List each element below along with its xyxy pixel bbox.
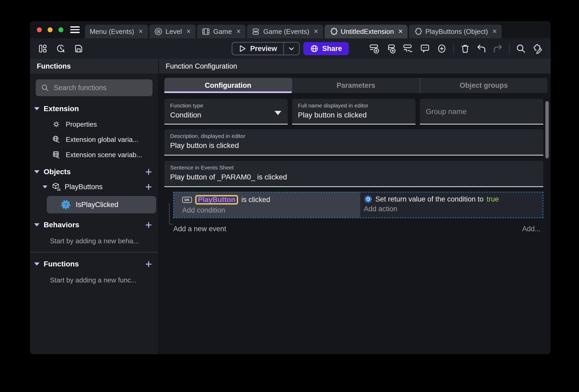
condition-object-chip[interactable]: PlayButton xyxy=(195,195,238,205)
toolbar-divider xyxy=(509,43,510,54)
condition-text: is clicked xyxy=(241,196,270,204)
sidebar-title: Functions xyxy=(30,59,158,74)
main-menu-icon[interactable] xyxy=(70,26,80,33)
play-icon xyxy=(238,45,246,53)
project-manager-icon[interactable] xyxy=(38,44,48,54)
tab-label: Menu (Events) xyxy=(90,28,134,36)
add-object-function-button[interactable]: + xyxy=(145,183,152,191)
panel-title: Function Configuration xyxy=(159,59,551,74)
tab-playbuttons-object[interactable]: PlayButtons (Object) ✕ xyxy=(409,25,502,38)
delete-icon[interactable] xyxy=(460,44,470,54)
add-action-button[interactable]: Add action xyxy=(364,205,543,213)
sidebar-item-isplayclicked[interactable]: ? IsPlayClicked xyxy=(47,196,156,213)
traffic-lights xyxy=(37,27,63,32)
save-icon[interactable] xyxy=(74,44,84,54)
globe-icon xyxy=(310,44,319,53)
events-sheet: OK PlayButton is clicked Add condition xyxy=(168,192,543,233)
section-extension[interactable]: Extension xyxy=(30,99,158,117)
svg-text:?: ? xyxy=(64,202,68,208)
add-other-event-icon[interactable] xyxy=(403,43,413,54)
add-circle-icon[interactable] xyxy=(436,43,447,54)
tab-object-groups[interactable]: Object groups xyxy=(420,78,547,93)
svg-text:2D: 2D xyxy=(57,188,60,191)
description-value: Play button is clicked xyxy=(170,141,537,150)
tab-untitled-extension[interactable]: UntitledExtension ✕ xyxy=(324,25,408,38)
close-tab-icon[interactable]: ✕ xyxy=(398,28,403,35)
add-more-button[interactable]: Add... xyxy=(522,225,541,233)
titlebar: Menu (Events) ✕ Level ✕ xyxy=(30,21,551,38)
chevron-down-icon xyxy=(43,185,47,188)
chevron-down-icon xyxy=(34,262,39,266)
search-functions-box[interactable] xyxy=(36,79,153,96)
section-objects[interactable]: Objects + xyxy=(30,162,158,180)
close-window-button[interactable] xyxy=(37,27,42,32)
add-behavior-button[interactable]: + xyxy=(145,221,152,229)
add-condition-button[interactable]: Add condition xyxy=(182,206,360,214)
tab-bar: Menu (Events) ✕ Level ✕ xyxy=(85,25,502,38)
actions-cell[interactable]: Set return value of the condition to tru… xyxy=(360,192,543,218)
configuration-content: Function type Condition Full name displa… xyxy=(159,93,551,354)
function-type-select[interactable]: Function type Condition xyxy=(164,99,288,125)
group-name-input[interactable] xyxy=(426,107,537,116)
tab-configuration[interactable]: Configuration xyxy=(164,78,292,93)
tab-label: Game (Events) xyxy=(263,28,309,36)
function-configuration-panel: Function Configuration Configuration Par… xyxy=(159,59,551,354)
conditions-cell[interactable]: OK PlayButton is clicked Add condition xyxy=(174,192,360,218)
tab-label: Level xyxy=(166,28,182,36)
preview-button[interactable]: Preview xyxy=(232,43,283,55)
sidebar-item-extension-scene-variables[interactable]: Extension scene variab... xyxy=(30,147,158,162)
function-question-icon: ? xyxy=(60,199,71,210)
edit-extension-icon[interactable] xyxy=(532,43,543,54)
tab-game-events[interactable]: Game (Events) ✕ xyxy=(247,25,323,38)
close-tab-icon[interactable]: ✕ xyxy=(492,28,497,35)
gear-icon xyxy=(52,120,60,128)
close-tab-icon[interactable]: ✕ xyxy=(236,28,241,35)
sidebar-item-extension-global-variables[interactable]: Extension global varia... xyxy=(30,132,158,147)
sentence-value: Play button of _PARAM0_ is clicked xyxy=(170,173,537,181)
search-icon[interactable] xyxy=(516,44,526,54)
tab-menu-events[interactable]: Menu (Events) ✕ xyxy=(85,25,148,38)
section-functions[interactable]: Functions + xyxy=(30,255,158,272)
scene-variable-icon xyxy=(52,151,60,159)
add-event-icon[interactable] xyxy=(369,43,380,54)
object-group-playbuttons[interactable]: 2D PlayButtons + xyxy=(30,180,158,194)
preview-options-button[interactable] xyxy=(283,43,299,55)
history-icon[interactable] xyxy=(56,44,66,54)
maximize-window-button[interactable] xyxy=(58,27,63,32)
description-field[interactable]: Description, displayed in editor Play bu… xyxy=(164,129,543,156)
close-tab-icon[interactable]: ✕ xyxy=(138,28,143,35)
chevron-down-icon xyxy=(34,170,39,173)
tab-label: PlayButtons (Object) xyxy=(425,28,488,36)
undo-icon[interactable] xyxy=(476,44,486,54)
tab-label: UntitledExtension xyxy=(341,28,394,36)
section-behaviors[interactable]: Behaviors + xyxy=(30,215,158,233)
redo-icon[interactable] xyxy=(493,44,503,54)
add-object-button[interactable]: + xyxy=(145,168,152,176)
vertical-scrollbar[interactable] xyxy=(545,101,549,158)
sentence-field[interactable]: Sentence in Events Sheet Play button of … xyxy=(164,161,543,187)
events-sheet-icon xyxy=(252,27,260,36)
functions-sidebar: Functions Extension xyxy=(30,59,159,354)
tab-game[interactable]: Game ✕ xyxy=(197,25,246,38)
action-value: true xyxy=(487,195,499,203)
event-row[interactable]: OK PlayButton is clicked Add condition xyxy=(173,192,543,218)
add-subevent-icon[interactable] xyxy=(386,43,397,54)
group-name-field[interactable] xyxy=(420,99,543,125)
chevron-down-icon xyxy=(34,223,39,226)
tab-level[interactable]: Level ✕ xyxy=(149,25,196,38)
add-function-button[interactable]: + xyxy=(145,260,152,268)
close-tab-icon[interactable]: ✕ xyxy=(313,28,318,35)
add-new-event-button[interactable]: Add a new event xyxy=(173,225,226,233)
toolbar-divider xyxy=(453,43,454,54)
full-name-field[interactable]: Full name displayed in editor Play butto… xyxy=(292,99,415,125)
toolbar: Preview Share xyxy=(30,38,551,59)
search-functions-input[interactable] xyxy=(54,84,147,92)
sidebar-item-properties[interactable]: Properties xyxy=(30,117,158,132)
extension-puzzle-icon xyxy=(414,27,422,36)
close-tab-icon[interactable]: ✕ xyxy=(186,28,191,35)
set-return-value-icon xyxy=(364,195,372,203)
comment-icon[interactable] xyxy=(420,43,430,54)
tab-parameters[interactable]: Parameters xyxy=(292,78,420,93)
minimize-window-button[interactable] xyxy=(48,27,53,32)
share-button[interactable]: Share xyxy=(303,42,349,55)
